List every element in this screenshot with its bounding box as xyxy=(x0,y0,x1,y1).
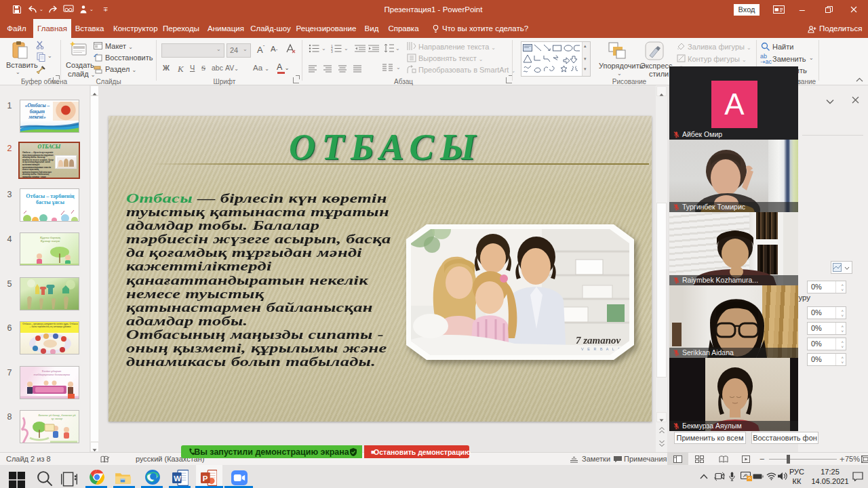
svg-text:7 zamanov: 7 zamanov xyxy=(576,335,621,346)
svg-text:P: P xyxy=(203,474,208,483)
svg-text:3: 3 xyxy=(331,49,333,53)
svg-text:W: W xyxy=(174,474,181,483)
